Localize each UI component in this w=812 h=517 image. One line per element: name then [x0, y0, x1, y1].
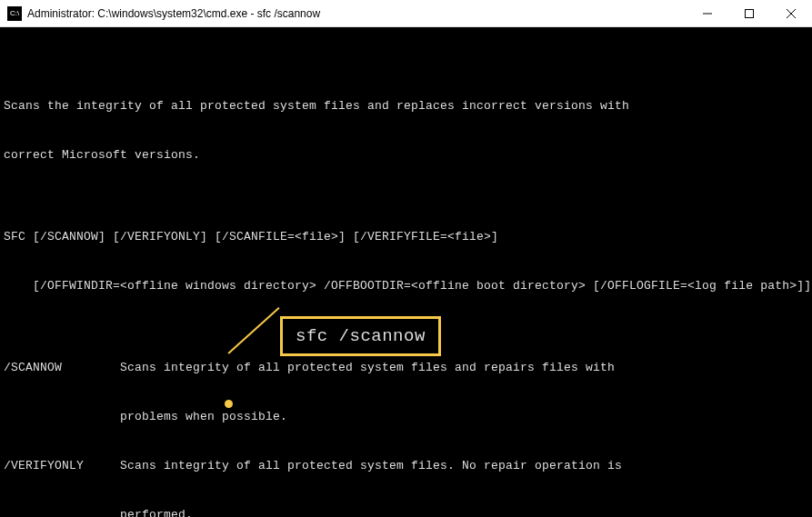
output-line: SFC [/SCANNOW] [/VERIFYONLY] [/SCANFILE=…	[4, 229, 808, 245]
output-line: /SCANNOW Scans integrity of all protecte…	[4, 360, 808, 376]
svg-rect-1	[746, 9, 754, 17]
window-controls	[687, 0, 812, 26]
minimize-button[interactable]	[687, 0, 728, 26]
window-title: Administrator: C:\windows\system32\cmd.e…	[27, 7, 687, 20]
output-line: problems when possible.	[4, 409, 808, 425]
output-line: performed.	[4, 507, 808, 517]
terminal-output[interactable]: Scans the integrity of all protected sys…	[0, 27, 812, 517]
minimize-icon	[703, 9, 712, 18]
callout-marker-dot	[225, 400, 233, 408]
window-titlebar: C:\ Administrator: C:\windows\system32\c…	[0, 0, 812, 27]
cmd-icon: C:\	[7, 6, 22, 21]
maximize-button[interactable]	[728, 0, 770, 26]
output-line: [/OFFWINDIR=<offline windows directory> …	[4, 278, 808, 294]
callout-highlight-box: sfc /scannow	[280, 316, 441, 356]
maximize-icon	[745, 9, 754, 18]
output-line: /VERIFYONLY Scans integrity of all prote…	[4, 458, 808, 474]
output-line: Scans the integrity of all protected sys…	[4, 98, 808, 114]
output-line: correct Microsoft versions.	[4, 147, 808, 164]
close-button[interactable]	[770, 0, 812, 26]
close-icon	[787, 9, 796, 18]
